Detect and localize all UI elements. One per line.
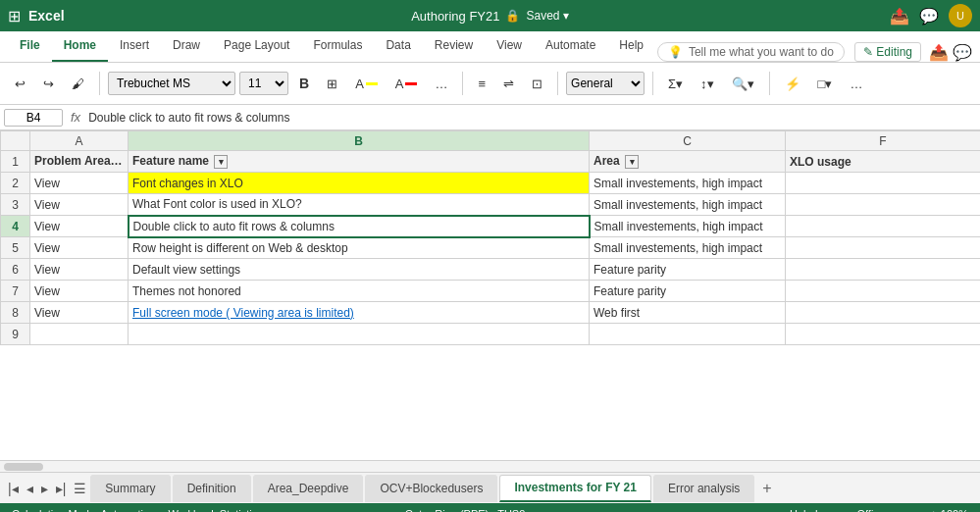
sort-button[interactable]: ↕▾: [694, 73, 721, 95]
filter-area[interactable]: ▾: [625, 155, 639, 169]
zoom-in-icon[interactable]: +: [930, 508, 936, 512]
wrap-text-button[interactable]: ⇌: [496, 73, 521, 95]
tab-nav-prev[interactable]: |◂: [4, 479, 23, 498]
comments-ribbon-icon[interactable]: 💬: [953, 43, 972, 62]
tab-review[interactable]: Review: [423, 30, 485, 62]
share-ribbon-icon[interactable]: 📤: [929, 43, 949, 62]
col-header-A[interactable]: A: [30, 131, 129, 151]
tab-formulas[interactable]: Formulas: [301, 30, 374, 62]
cell-B3[interactable]: What Font color is used in XLO?: [129, 194, 590, 216]
cell-F9[interactable]: [786, 324, 981, 345]
sheet-menu-button[interactable]: ☰: [70, 479, 90, 498]
share-icon[interactable]: 📤: [890, 7, 909, 26]
cell-C6[interactable]: Feature parity: [590, 259, 786, 281]
cell-B4[interactable]: Double click to auto fit rows & columns: [129, 216, 590, 237]
tab-nav-right[interactable]: ▸: [37, 479, 52, 498]
cell-B5[interactable]: Row height is different on Web & desktop: [129, 237, 590, 259]
tab-nav-last[interactable]: ▸|: [52, 479, 71, 498]
cell-A6[interactable]: View: [30, 259, 129, 281]
undo-button[interactable]: ↩: [8, 73, 32, 95]
more-font-button[interactable]: …: [428, 73, 454, 95]
app-grid-icon[interactable]: ⊞: [8, 7, 21, 26]
cell-F7[interactable]: [786, 281, 981, 302]
header-problem-area[interactable]: Problem Area ▾: [30, 151, 129, 173]
cell-C9[interactable]: [590, 324, 786, 345]
header-xlo-usage[interactable]: XLO usage: [786, 151, 981, 173]
cell-C7[interactable]: Feature parity: [590, 281, 786, 302]
tab-ocv-blockedusers[interactable]: OCV+Blockedusers: [365, 475, 497, 502]
align-left-button[interactable]: ≡: [471, 73, 492, 95]
cell-A2[interactable]: View: [30, 173, 129, 194]
tab-page-layout[interactable]: Page Layout: [212, 30, 301, 62]
cell-F8[interactable]: [786, 302, 981, 324]
tab-automate[interactable]: Automate: [534, 30, 607, 62]
cell-C3[interactable]: Small investements, high impact: [590, 194, 786, 216]
bold-button[interactable]: B: [292, 72, 316, 95]
tab-investments-fy21[interactable]: Investments for FY 21: [499, 475, 651, 502]
tab-draw[interactable]: Draw: [161, 30, 212, 62]
cell-C4[interactable]: Small investements, high impact: [590, 216, 786, 237]
cell-F2[interactable]: [786, 173, 981, 194]
tab-insert[interactable]: Insert: [108, 30, 161, 62]
workbook-stats-button[interactable]: Workbook Statistics: [168, 508, 262, 512]
cell-F4[interactable]: [786, 216, 981, 237]
col-header-F[interactable]: F: [786, 131, 981, 151]
cell-B7[interactable]: Themes not honored: [129, 281, 590, 302]
add-sheet-button[interactable]: +: [756, 478, 777, 499]
filter-feature-name[interactable]: ▾: [214, 155, 228, 169]
saved-indicator[interactable]: Saved ▾: [526, 9, 568, 23]
cell-F5[interactable]: [786, 237, 981, 259]
col-header-B[interactable]: B: [129, 131, 590, 151]
tab-help[interactable]: Help: [607, 30, 655, 62]
tab-definition[interactable]: Definition: [173, 475, 251, 502]
cell-F6[interactable]: [786, 259, 981, 281]
redo-button[interactable]: ↪: [36, 73, 61, 95]
cell-A9[interactable]: [30, 324, 129, 345]
cell-C8[interactable]: Web first: [590, 302, 786, 324]
tab-summary[interactable]: Summary: [90, 475, 170, 502]
font-size-select[interactable]: 11: [239, 72, 288, 95]
borders-button[interactable]: ⊞: [320, 73, 344, 95]
font-name-select[interactable]: Trebuchet MS: [108, 72, 235, 95]
comments-icon[interactable]: 💬: [919, 7, 939, 26]
zoom-control[interactable]: − ▬ + 100%: [901, 505, 968, 512]
find-button[interactable]: 🔍▾: [725, 73, 761, 95]
header-feature-name[interactable]: Feature name ▾: [129, 151, 590, 173]
col-header-C[interactable]: C: [590, 131, 786, 151]
avatar[interactable]: U: [949, 4, 972, 27]
cell-B6[interactable]: Default view settings: [129, 259, 590, 281]
tab-data[interactable]: Data: [374, 30, 422, 62]
zoom-slider[interactable]: ▬: [910, 505, 926, 512]
cell-A4[interactable]: View: [30, 216, 129, 237]
cell-B2[interactable]: Font changes in XLO: [129, 173, 590, 194]
cell-A5[interactable]: View: [30, 237, 129, 259]
cell-C5[interactable]: Small investements, high impact: [590, 237, 786, 259]
merge-button[interactable]: ⊡: [525, 73, 549, 95]
horizontal-scrollbar[interactable]: [0, 460, 980, 472]
filter-problem-area[interactable]: ▾: [116, 155, 129, 169]
tab-nav-left[interactable]: ◂: [23, 479, 37, 498]
tab-area-deepdive[interactable]: Area_Deepdive: [253, 475, 364, 502]
editing-button[interactable]: ✎ Editing: [854, 42, 921, 62]
cell-A8[interactable]: View: [30, 302, 129, 324]
cell-B8[interactable]: Full screen mode ( Viewing area is limit…: [129, 302, 590, 324]
cell-reference-box[interactable]: [4, 109, 63, 127]
help-improve-label[interactable]: Help Improve Office: [790, 508, 885, 512]
cell-style-button[interactable]: □▾: [811, 73, 840, 95]
sum-button[interactable]: Σ▾: [661, 73, 690, 95]
calc-mode-label[interactable]: Calculation Mode: Automatic: [12, 508, 148, 512]
format-painter-button[interactable]: 🖌: [65, 73, 91, 95]
tab-error-analysis[interactable]: Error analysis: [653, 475, 754, 502]
tab-file[interactable]: File: [8, 30, 52, 62]
tell-me-box[interactable]: 💡 Tell me what you want to do: [657, 42, 845, 62]
cell-A7[interactable]: View: [30, 281, 129, 302]
lightning-button[interactable]: ⚡: [778, 73, 807, 95]
tab-home[interactable]: Home: [52, 30, 108, 62]
scrollbar-thumb[interactable]: [4, 463, 43, 471]
font-color-button[interactable]: A: [388, 73, 425, 95]
cell-A3[interactable]: View: [30, 194, 129, 216]
cell-C2[interactable]: Small investements, high impact: [590, 173, 786, 194]
header-area[interactable]: Area ▾: [590, 151, 786, 173]
cell-B9[interactable]: [129, 324, 590, 345]
cell-F3[interactable]: [786, 194, 981, 216]
